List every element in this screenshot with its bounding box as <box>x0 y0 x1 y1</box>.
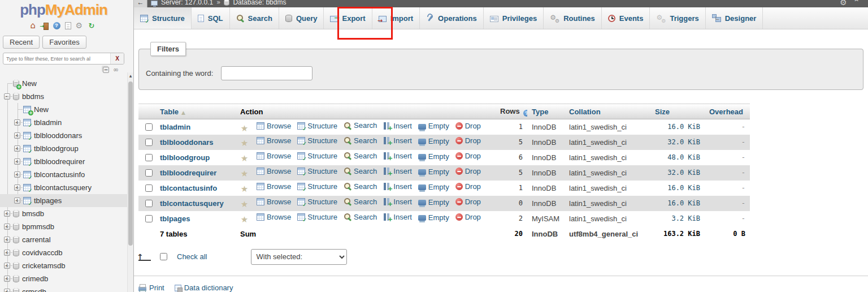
favorite-star-icon[interactable] <box>240 139 249 148</box>
tab-events[interactable]: Events <box>602 7 650 29</box>
scrollbar-thumb[interactable] <box>128 81 133 246</box>
header-size[interactable]: Size <box>650 104 705 119</box>
data-dictionary-link[interactable]: Data dictionary <box>175 284 233 292</box>
table-name-link[interactable]: tbladmin <box>160 123 190 131</box>
action-browse-link[interactable]: Browse <box>257 182 291 191</box>
tab-export[interactable]: Export <box>324 7 372 29</box>
tab-privileges[interactable]: Privileges <box>484 7 544 29</box>
check-all-label[interactable]: Check all <box>177 252 207 261</box>
expander-icon[interactable]: + <box>4 263 10 269</box>
check-all-checkbox[interactable] <box>160 253 167 260</box>
action-structure-link[interactable]: Structure <box>297 136 337 145</box>
expander-icon[interactable]: + <box>4 237 10 243</box>
action-drop-link[interactable]: Drop <box>455 213 481 221</box>
filter-clear-button[interactable]: X <box>110 53 124 64</box>
row-checkbox[interactable] <box>145 184 153 192</box>
action-structure-link[interactable]: Structure <box>297 197 337 206</box>
expander-icon[interactable]: + <box>14 197 20 204</box>
action-structure-link[interactable]: Structure <box>297 152 337 160</box>
tree-filter-input[interactable] <box>3 56 110 62</box>
action-drop-link[interactable]: Drop <box>455 167 481 175</box>
favorite-star-icon[interactable] <box>240 216 249 224</box>
action-structure-link[interactable]: Structure <box>297 122 337 130</box>
action-search-link[interactable]: Search <box>344 182 377 191</box>
sidebar-scrollbar[interactable]: ▲ <box>127 0 133 292</box>
action-insert-link[interactable]: Insert <box>383 167 412 175</box>
action-search-link[interactable]: Search <box>344 121 377 130</box>
phpmyadmin-logo[interactable]: phpMyAdmin <box>0 0 127 18</box>
action-empty-link[interactable]: Empty <box>418 168 449 176</box>
action-insert-link[interactable]: Insert <box>383 213 412 221</box>
action-empty-link[interactable]: Empty <box>418 152 449 161</box>
tree-item-label[interactable]: bpmmsdb <box>22 220 54 233</box>
with-selected-select[interactable]: With selected: <box>251 249 347 265</box>
action-insert-link[interactable]: Insert <box>383 197 412 206</box>
tree-item-tblcontactusinfo[interactable]: + tblcontactusinfo <box>0 168 127 181</box>
action-structure-link[interactable]: Structure <box>297 213 337 221</box>
tree-item-bpmmsdb[interactable]: + bpmmsdb <box>0 220 127 233</box>
action-structure-link[interactable]: Structure <box>297 167 337 175</box>
tree-item-tblbloodgroup[interactable]: + tblbloodgroup <box>0 142 127 155</box>
tree-item-label[interactable]: New <box>34 103 49 116</box>
tree-item-label[interactable]: tblbloodrequirer <box>34 155 85 168</box>
tree-item-label[interactable]: tblblooddonars <box>34 129 82 142</box>
favorite-star-icon[interactable] <box>240 185 249 194</box>
favorite-star-icon[interactable] <box>240 170 249 178</box>
action-search-link[interactable]: Search <box>344 152 377 160</box>
tree-item-tblcontactusquery[interactable]: + tblcontactusquery <box>0 181 127 194</box>
tree-item-label[interactable]: New <box>22 77 37 90</box>
action-insert-link[interactable]: Insert <box>383 122 412 130</box>
action-empty-link[interactable]: Empty <box>418 122 449 130</box>
page-settings-icon[interactable] <box>840 0 848 7</box>
action-empty-link[interactable]: Empty <box>418 213 449 222</box>
tab-designer[interactable]: Designer <box>706 7 763 29</box>
tree-item-label[interactable]: carrental <box>22 233 51 246</box>
action-search-link[interactable]: Search <box>344 213 377 221</box>
header-type[interactable]: Type <box>527 104 565 119</box>
scrollbar-up-arrow[interactable]: ▲ <box>128 74 133 78</box>
tree-item-tblbloodrequirer[interactable]: + tblbloodrequirer <box>0 155 127 168</box>
tree-item-cricketamsdb[interactable]: + cricketamsdb <box>0 259 127 272</box>
tab-query[interactable]: Query <box>279 7 324 29</box>
tab-sql[interactable]: SQL <box>192 7 230 29</box>
tree-item-label[interactable]: cricketamsdb <box>22 259 66 272</box>
tree-item-label[interactable]: bmsdb <box>22 207 44 220</box>
back-button[interactable]: ← <box>134 0 147 7</box>
action-drop-link[interactable]: Drop <box>455 122 481 130</box>
action-empty-link[interactable]: Empty <box>418 137 449 145</box>
expander-icon[interactable]: + <box>4 276 10 282</box>
table-name-link[interactable]: tblbloodrequirer <box>160 169 216 177</box>
expander-icon[interactable]: + <box>4 224 10 230</box>
tree-item-bmsdb[interactable]: + bmsdb <box>0 207 127 220</box>
tree-item-label[interactable]: crmsdb <box>22 285 46 292</box>
action-drop-link[interactable]: Drop <box>455 152 481 160</box>
table-name-link[interactable]: tblbloodgroup <box>160 153 210 162</box>
containing-word-input[interactable] <box>221 66 313 80</box>
row-checkbox[interactable] <box>145 169 153 177</box>
print-link[interactable]: Print <box>138 284 164 292</box>
tree-item-label[interactable]: crimedb <box>22 272 48 285</box>
action-empty-link[interactable]: Empty <box>418 183 449 191</box>
tree-item-label[interactable]: tbladmin <box>34 116 62 129</box>
action-drop-link[interactable]: Drop <box>455 136 481 145</box>
expander-icon[interactable]: + <box>4 250 10 256</box>
header-table[interactable]: Table▲ <box>155 104 236 119</box>
tab-structure[interactable]: Structure <box>134 7 192 29</box>
action-browse-link[interactable]: Browse <box>257 122 291 130</box>
expander-icon[interactable]: + <box>14 119 20 126</box>
tree-item-label[interactable]: tblcontactusinfo <box>34 168 85 181</box>
collapse-toolbar-icon[interactable] <box>854 0 862 7</box>
settings-button[interactable] <box>76 22 84 30</box>
breadcrumb-server[interactable]: Server: 127.0.0.1 <box>161 0 213 6</box>
tab-recent[interactable]: Recent <box>3 36 40 49</box>
docs-button[interactable] <box>65 22 71 29</box>
tree-item-label[interactable]: bbdms <box>22 90 44 103</box>
home-button[interactable] <box>31 22 39 30</box>
tree-item-bbdms[interactable]: − bbdms <box>0 90 127 103</box>
header-rows[interactable]: Rows <box>496 104 527 119</box>
action-browse-link[interactable]: Browse <box>257 136 291 145</box>
logout-button[interactable] <box>44 22 49 30</box>
tree-item-label[interactable]: tblcontactusquery <box>34 181 92 194</box>
action-browse-link[interactable]: Browse <box>257 213 291 221</box>
action-insert-link[interactable]: Insert <box>383 152 412 160</box>
